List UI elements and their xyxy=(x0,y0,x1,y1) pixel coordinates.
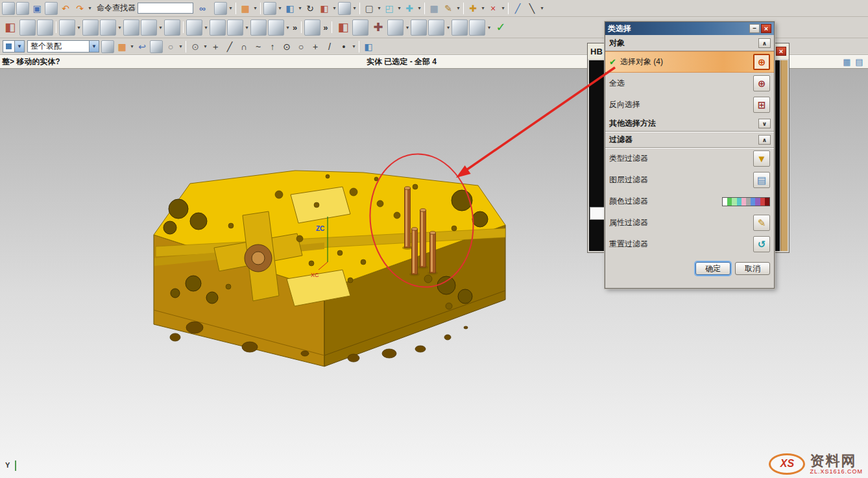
reset-filter-label: 重置过滤器 xyxy=(609,239,753,250)
section-other-methods-expand-icon[interactable]: ∨ xyxy=(758,119,771,128)
reset-filter-icon: ↺ xyxy=(758,239,766,249)
watermark-logo-text: XS xyxy=(780,458,794,470)
select-all-icon: ⊕ xyxy=(758,78,766,88)
section-objects-label: 对象 xyxy=(609,38,625,49)
zc-axis-label: ZC xyxy=(316,225,324,232)
invert-selection-icon: ⊞ xyxy=(758,100,766,110)
invert-selection-label: 反向选择 xyxy=(609,99,753,110)
section-other-methods: 其他选择方法 ∨ xyxy=(605,115,774,132)
color-swatch xyxy=(723,198,727,206)
cancel-button[interactable]: 取消 xyxy=(735,262,770,275)
color-filter-strip[interactable] xyxy=(722,197,770,206)
watermark-logo-icon: XS xyxy=(769,453,805,475)
view-axis-indicator: Y xyxy=(5,460,16,471)
color-swatch xyxy=(737,198,741,206)
color-filter-label: 颜色过滤器 xyxy=(609,196,722,207)
row-type-filter[interactable]: 类型过滤器 ▼ xyxy=(605,148,774,169)
color-swatch xyxy=(765,198,769,206)
y-axis-label: Y xyxy=(5,461,10,469)
color-swatch xyxy=(746,198,751,206)
background-window-edge xyxy=(780,60,788,251)
dialog-titlebar[interactable]: 类选择 – × xyxy=(605,22,774,35)
layer-filter-button[interactable]: ▤ xyxy=(753,172,770,188)
dialog-title: 类选择 xyxy=(608,23,748,34)
attribute-filter-icon: ✎ xyxy=(758,218,766,228)
section-filters: 过滤器 ∧ xyxy=(605,132,774,148)
watermark-url: ZL.XS1616.COM xyxy=(810,468,863,475)
row-layer-filter[interactable]: 图层过滤器 ▤ xyxy=(605,169,774,191)
xc-axis-label: XC xyxy=(311,272,319,278)
row-reset-filter[interactable]: 重置过滤器 ↺ xyxy=(605,233,774,255)
color-swatch xyxy=(741,198,746,206)
cad-model[interactable] xyxy=(154,171,505,366)
ok-button[interactable]: 确定 xyxy=(695,262,730,275)
dialog-minimize-icon[interactable]: – xyxy=(749,24,760,33)
section-objects-collapse-icon[interactable]: ∧ xyxy=(758,38,771,48)
check-icon: ✔ xyxy=(609,57,616,67)
row-select-objects[interactable]: ✔ 选择对象 (4) ⊕ xyxy=(605,51,774,73)
background-window-close-icon[interactable]: × xyxy=(776,47,786,56)
class-selection-dialog: 类选择 – × 对象 ∧ ✔ 选择对象 (4) ⊕ 全选 ⊕ 反向选择 ⊞ 其他… xyxy=(605,21,775,289)
layer-filter-icon: ▤ xyxy=(757,175,766,185)
color-swatch xyxy=(760,198,765,206)
type-filter-icon: ▼ xyxy=(757,154,767,163)
select-objects-button[interactable]: ⊕ xyxy=(753,54,770,70)
dialog-close-icon[interactable]: × xyxy=(761,24,771,33)
type-filter-button[interactable]: ▼ xyxy=(753,150,770,167)
attribute-filter-button[interactable]: ✎ xyxy=(753,215,770,231)
section-filters-label: 过滤器 xyxy=(609,134,633,145)
select-objects-label: 选择对象 (4) xyxy=(620,56,753,67)
row-invert-selection[interactable]: 反向选择 ⊞ xyxy=(605,94,774,115)
section-filters-collapse-icon[interactable]: ∧ xyxy=(758,135,771,145)
row-select-all[interactable]: 全选 ⊕ xyxy=(605,73,774,94)
type-filter-label: 类型过滤器 xyxy=(609,153,753,164)
dialog-buttons: 确定 取消 xyxy=(605,255,774,275)
row-color-filter[interactable]: 颜色过滤器 xyxy=(605,191,774,212)
watermark-name: 资料网 xyxy=(810,453,863,468)
watermark: XS 资料网 ZL.XS1616.COM xyxy=(769,453,863,475)
section-objects: 对象 ∧ xyxy=(605,35,774,51)
section-other-methods-label: 其他选择方法 xyxy=(609,118,656,129)
color-swatch xyxy=(732,198,736,206)
invert-selection-button[interactable]: ⊞ xyxy=(753,97,770,113)
select-all-button[interactable]: ⊕ xyxy=(753,75,770,91)
color-swatch xyxy=(727,198,732,206)
color-swatch xyxy=(751,198,755,206)
layer-filter-label: 图层过滤器 xyxy=(609,174,753,185)
select-object-icon: ⊕ xyxy=(758,57,766,67)
reset-filter-button[interactable]: ↺ xyxy=(753,236,770,252)
attribute-filter-label: 属性过滤器 xyxy=(609,217,753,228)
row-attribute-filter[interactable]: 属性过滤器 ✎ xyxy=(605,212,774,233)
color-swatch xyxy=(755,198,760,206)
select-all-label: 全选 xyxy=(609,78,753,89)
